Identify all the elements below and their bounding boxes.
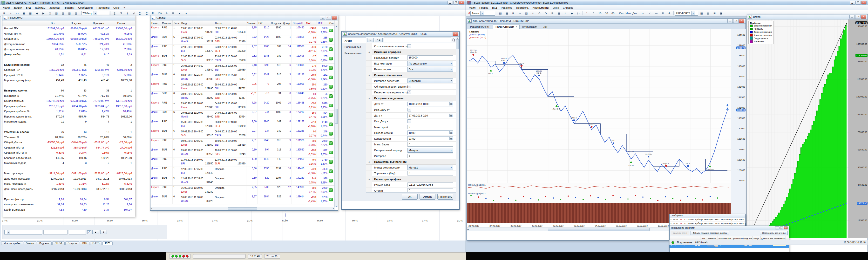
toolbar-icon[interactable]: ∑р [137,10,144,16]
results-row[interactable]: Баров на сделку (в ср. 451,43 451,43 451… [2,78,135,83]
workspace-tab[interactable]: СБ РФ [52,242,65,245]
close-button[interactable]: × [784,226,788,229]
column-header[interactable]: Общий П [292,21,305,26]
checkbox[interactable]: ✓ [87,230,91,234]
text-input[interactable]: 5 [407,154,453,158]
minimize-button[interactable]: ▁ [850,1,855,5]
income-axis[interactable]: 150'000.00137'500.00125'000.00112'500.00… [848,20,868,238]
dropdown[interactable]: Минуты▼ [407,148,453,153]
results-titlebar[interactable]: Результаты [2,15,135,21]
results-row[interactable]: Чистый П/У 152692,00 руб 88484,00 руб 64… [2,26,135,31]
results-row[interactable]: Выиграно % 71,74% 71,74% 71,74% 50,00% [2,94,135,99]
category-view-button[interactable]: ≔ [367,38,374,42]
toolbar-icon[interactable]: ⊞ [712,10,718,16]
close-button[interactable]: × [453,32,458,36]
results-row[interactable]: Убыточно % 28,26% 28,26% 28,26% 50,00% [2,135,135,140]
timeframe-unit-button[interactable]: Сек [618,10,624,16]
vertical-scrollbar[interactable]: ▲▼ [334,26,338,207]
results-row[interactable]: Коэф. выигрыша 4,83 7,30 3,37 504,07 [2,207,135,213]
maximize-button[interactable]: ❐ [453,1,459,5]
column-header[interactable]: Вход [180,21,214,26]
menu-item[interactable]: Вид [24,6,33,9]
symbol-combo[interactable]: RIU3-FORTS ▼ [675,11,698,16]
timeframe-button[interactable]: 5 [590,10,596,16]
menu-item[interactable]: Файл [1,6,11,9]
column-header[interactable]: Позиц [151,21,161,26]
timeframe-button[interactable]: 1 [584,10,590,16]
toolbar-icon[interactable]: ▤ [497,10,503,16]
results-row[interactable]: Убыточных сделок 26 13 13 1 [2,129,135,135]
price-axis[interactable]: 134'500134'000133'500133'000132'500132'0… [731,29,746,183]
tab-agent[interactable]: Агент [342,38,366,44]
column-header[interactable]: Продолж. [270,21,282,26]
workspace-tab[interactable]: RIZ3 [102,242,113,245]
stop-all-agents-button[interactable]: Остановить все агенты [760,231,788,235]
timeframe-button[interactable]: 60 [610,10,616,16]
trade-row[interactable]: Коротк RIU3 1 28.08.2013 12:35:00 Шорт12… [151,82,338,92]
menu-item[interactable]: Запросы [47,6,62,9]
workspace-tab[interactable]: Заявки [24,242,36,245]
column-header[interactable]: Стат [329,21,335,26]
draw-tool-icon[interactable]: A [666,10,673,16]
date-input[interactable]: 27.09.2013 0:10▦ [407,113,453,118]
trade-row[interactable]: Длинн SiU3 6 16.09.2013 11:00:00 ЛонгSi3… [151,195,338,205]
trade-row[interactable]: Коротк RIU3 1 09.09.2013 12:05:00 Шорт13… [151,139,338,148]
checkbox[interactable] [407,44,411,48]
property-section[interactable]: ∧Параметры вычислений [366,159,456,165]
dropdown[interactable]: Метод1▼ [407,165,453,170]
date-input[interactable]: 10:00▦ [407,131,453,135]
timeframe-button[interactable]: 15 [597,10,603,16]
close-button[interactable]: × [861,1,867,5]
property-section[interactable]: ∧Исторические данные [366,95,456,101]
menu-item[interactable]: Вид [490,6,499,9]
trade-row[interactable]: Коротк SiU3 6 22.08.2013 11:40:00 ShSi33… [151,54,338,64]
message-row[interactable]: 10:24:56 27 127 Агент: АрбитрСимВол(RIZ3… [670,222,745,226]
minimize-button[interactable]: ▁ [320,16,325,20]
trade-row[interactable]: Длинн SiU3 6 26.08.2013 14:45:00 ЛонгSi3… [151,73,338,82]
property-section[interactable]: ∧Режимы обновления [366,72,456,78]
column-header[interactable]: Доход [282,21,292,26]
menu-item[interactable]: Сообщения [76,6,95,9]
menu-item[interactable]: Таблицы [33,6,47,9]
toolbar-icon[interactable]: ▶ [569,10,575,16]
text-input[interactable]: 0 [407,142,453,147]
menu-item[interactable]: Графики [62,6,76,9]
toolbar-icon[interactable]: ▥ [523,10,529,16]
tab-agent-mode[interactable]: Режим агента [342,50,366,56]
column-header[interactable]: МАЕ [305,21,317,26]
toolbar-icon[interactable]: × [530,10,536,16]
results-row[interactable]: Баров на сделку (в ср. 570,24 585,76 554… [2,114,135,119]
maximize-button[interactable]: ❐ [856,1,861,5]
results-row[interactable]: Средняя прибыль 2518,91 руб 2834,18 руб … [2,104,135,109]
trade-row[interactable]: Коротк RIU3 1 26.08.2013 14:45:00 Шорт13… [151,64,338,73]
menu-item[interactable]: Портфель [514,6,530,9]
results-row[interactable]: Фактор восстановления 39,04 28,63 12,26 … [2,202,135,207]
delete-agent-button[interactable]: Удалить агент [671,231,689,235]
trade-row[interactable]: Коротк RIU3 1 16.09.2013 11:00:00 Шорт13… [151,186,338,195]
lab-tab[interactable]: Редактор (Агент) [468,25,493,29]
dialog-titlebar[interactable]: Свойства лаборатории: АрбитрДельтаД+Дель… [342,32,459,37]
workspace-tab[interactable]: ВТБ [80,242,89,245]
trade-row[interactable]: Длинн RIU3 1 05.09.2013 10:45:00 LRi1289… [151,120,338,129]
results-row[interactable]: Средний убыток % -0,31% -0,24% -0,39% -0… [2,150,135,155]
text-input[interactable]: 0,316722906672753 [407,183,453,187]
results-row[interactable]: Профит фактор 12,26 18,54 8,54 504,07 [2,197,135,202]
trades-titlebar[interactable]: Сделки ▁ ❐ × [151,15,338,21]
column-header[interactable]: Выход [214,21,246,26]
maximize-button[interactable]: ❐ [733,19,739,23]
toolbar-icon[interactable]: ▦ [699,10,705,16]
tslab-titlebar[interactable]: TSLab (версия 1.2.11.0:64bit) - C:\Users… [466,0,868,5]
date-input[interactable]: 23:50▦ [407,136,453,141]
trade-row[interactable]: Длинн SiU3 6 12.09.2013 17:35:00 ЛонгSi3… [151,176,338,186]
results-row[interactable]: Чистый П/У % 101,79% 58,99% 42,81% 9,05% [2,31,135,37]
menu-item[interactable]: Настройки [94,6,112,9]
minimize-button[interactable]: ▁ [727,19,733,23]
close-button[interactable]: × [459,1,464,5]
dialog-button[interactable]: Применить [437,194,453,199]
trade-row[interactable]: Коротк SiU3 6 05.09.2013 10:45:00 ShSi33… [151,129,338,139]
menu-item[interactable]: Правка [477,6,490,9]
results-row[interactable] [2,192,135,197]
lab-tab[interactable]: Оптимизация [520,25,541,29]
results-row[interactable]: Доходность в год 1604,65% 550,72% 321,76… [2,42,135,47]
timeframe-unit-button[interactable]: Дни [632,10,638,16]
